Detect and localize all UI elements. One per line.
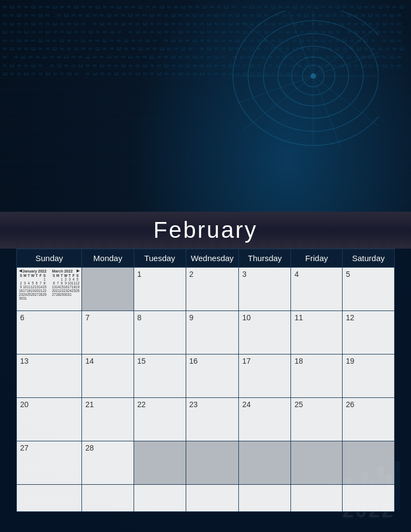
week5-saturday	[342, 441, 394, 485]
header-saturday: Saturday	[342, 249, 394, 268]
header-sunday: Sunday	[17, 249, 82, 268]
week2-monday: 7	[82, 311, 134, 354]
mini-cal-mar-grid: S M T W T F S 12345 6789101112 1314151	[52, 274, 80, 296]
header-wednesday: Wednesday	[186, 249, 239, 268]
calendar-area: Sunday Monday Tuesday Wednesday Thursday…	[0, 249, 411, 532]
header-friday: Friday	[291, 249, 342, 268]
week3-tuesday: 15	[134, 354, 186, 398]
week6-saturday	[342, 485, 394, 512]
week4-sunday: 20	[17, 398, 82, 441]
calendar-week-1: ◀ January 2022 S M T W T F	[17, 268, 395, 311]
week1-tuesday: 1	[134, 268, 186, 311]
week6-tuesday	[134, 485, 186, 512]
mini-cal-jan-grid: S M T W T F S 1 2345678 9101112131415	[19, 274, 47, 300]
week5-sunday: 27	[17, 441, 82, 485]
month-name: February	[153, 217, 257, 243]
week1-monday	[82, 268, 134, 311]
week6-monday	[82, 485, 134, 512]
week4-monday: 21	[82, 398, 134, 441]
week2-tuesday: 8	[134, 311, 186, 354]
week3-friday: 18	[291, 354, 342, 398]
week6-friday	[291, 485, 342, 512]
calendar-week-6	[17, 485, 395, 512]
month-header: February	[0, 212, 411, 249]
calendar-week-5: 27 28	[17, 441, 395, 485]
week2-saturday: 12	[342, 311, 394, 354]
week3-sunday: 13	[17, 354, 82, 398]
mini-cal-march: March 2022 ▶ S M T W T F	[52, 269, 80, 300]
calendar-week-2: 6 7 8 9 10 11 12	[17, 311, 395, 354]
week6-wednesday	[186, 485, 239, 512]
week3-saturday: 19	[342, 354, 394, 398]
week2-sunday: 6	[17, 311, 82, 354]
week6-sunday	[17, 485, 82, 512]
calendar-header-row: Sunday Monday Tuesday Wednesday Thursday…	[17, 249, 395, 268]
week1-sunday: ◀ January 2022 S M T W T F	[17, 268, 82, 311]
week2-thursday: 10	[239, 311, 291, 354]
header-image-area	[0, 0, 411, 212]
week4-wednesday: 23	[186, 398, 239, 441]
week1-friday: 4	[291, 268, 342, 311]
week1-thursday: 3	[239, 268, 291, 311]
week2-friday: 11	[291, 311, 342, 354]
header-thursday: Thursday	[239, 249, 291, 268]
mini-cal-mar-title: March 2022 ▶	[52, 269, 80, 273]
week6-thursday	[239, 485, 291, 512]
calendar-week-4: 20 21 22 23 24 25 26	[17, 398, 395, 441]
header-monday: Monday	[82, 249, 134, 268]
week4-saturday: 26	[342, 398, 394, 441]
calendar-week-3: 13 14 15 16 17 18 19	[17, 354, 395, 398]
week5-wednesday	[186, 441, 239, 485]
mini-calendars: ◀ January 2022 S M T W T F	[19, 269, 79, 300]
week5-thursday	[239, 441, 291, 485]
week1-wednesday: 2	[186, 268, 239, 311]
week5-friday	[291, 441, 342, 485]
week4-friday: 25	[291, 398, 342, 441]
week4-thursday: 24	[239, 398, 291, 441]
week3-thursday: 17	[239, 354, 291, 398]
week3-wednesday: 16	[186, 354, 239, 398]
week5-tuesday	[134, 441, 186, 485]
header-tuesday: Tuesday	[134, 249, 186, 268]
week2-wednesday: 9	[186, 311, 239, 354]
calendar-table: Sunday Monday Tuesday Wednesday Thursday…	[16, 249, 395, 512]
week1-saturday: 5	[342, 268, 394, 311]
mini-cal-january: ◀ January 2022 S M T W T F	[19, 269, 47, 300]
week5-monday: 28	[82, 441, 134, 485]
mini-cal-jan-title: ◀ January 2022	[19, 269, 47, 273]
week3-monday: 14	[82, 354, 134, 398]
week4-tuesday: 22	[134, 398, 186, 441]
